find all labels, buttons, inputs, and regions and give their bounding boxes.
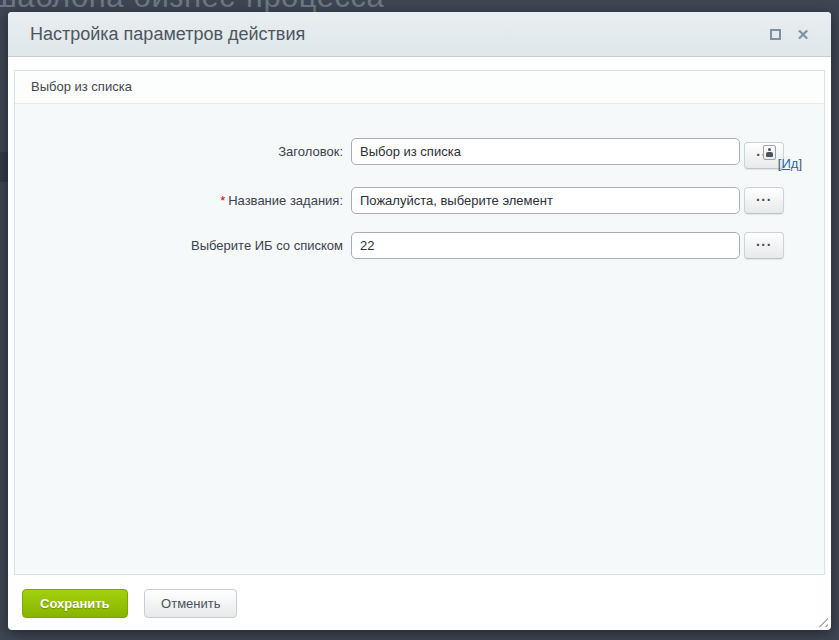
settings-panel: Выбор из списка Заголовок: ... *Название…	[14, 70, 825, 575]
field-label: *Название задания:	[15, 187, 343, 214]
settings-form: Заголовок: ... *Название задания: ...	[15, 104, 824, 574]
form-row-title: Заголовок: ...	[15, 138, 824, 169]
maximize-icon	[770, 29, 781, 40]
more-button[interactable]: ...	[744, 232, 784, 259]
close-icon: ✕	[797, 27, 810, 42]
dialog-title: Настройка параметров действия	[8, 12, 831, 56]
more-button[interactable]: ...	[744, 187, 784, 214]
form-row-task-name: *Название задания: ...	[15, 187, 824, 214]
task-name-input[interactable]	[351, 187, 740, 214]
bracket-close: ]	[798, 156, 802, 171]
maximize-button[interactable]	[763, 12, 787, 56]
id-link[interactable]: Ид	[781, 156, 798, 171]
iblock-input[interactable]	[351, 232, 740, 259]
background-text-sliver	[0, 152, 8, 182]
section-title: Выбор из списка	[15, 71, 824, 104]
field-label: Выберите ИБ со списком	[15, 232, 343, 259]
insert-value-icon[interactable]	[763, 145, 776, 160]
field-label: Заголовок:	[15, 138, 343, 169]
close-button[interactable]: ✕	[791, 12, 815, 56]
action-settings-dialog: Настройка параметров действия ✕ Выбор из…	[8, 12, 831, 630]
form-row-iblock: Выберите ИБ со списком ...	[15, 232, 824, 259]
dialog-titlebar[interactable]: Настройка параметров действия ✕	[8, 12, 831, 57]
dialog-footer: Сохранить Отменить	[8, 575, 831, 618]
cancel-button[interactable]: Отменить	[144, 589, 237, 618]
required-marker: *	[220, 193, 225, 208]
id-link-wrap: [Ид]	[778, 156, 802, 171]
save-button[interactable]: Сохранить	[22, 589, 128, 618]
title-input[interactable]	[351, 138, 740, 165]
